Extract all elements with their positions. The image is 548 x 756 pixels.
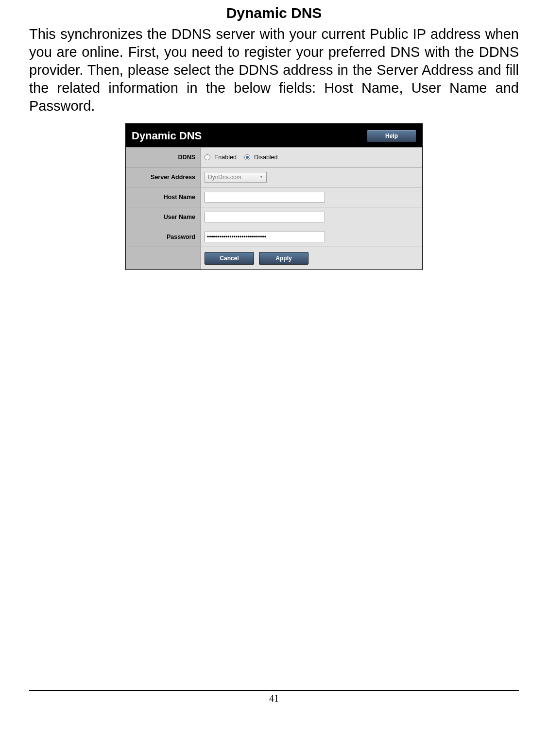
row-buttons: Cancel Apply [126, 247, 422, 269]
buttons-value-cell: Cancel Apply [201, 247, 422, 269]
server-address-selected: DynDns.com [208, 174, 241, 181]
host-name-input[interactable] [205, 192, 325, 202]
chevron-down-icon: ▼ [259, 175, 263, 179]
ddns-enabled-radio[interactable] [205, 154, 210, 160]
user-name-label: User Name [126, 207, 201, 227]
page-body-text: This synchronizes the DDNS server with y… [29, 25, 519, 116]
server-address-value-cell: DynDns.com ▼ [201, 168, 422, 187]
password-label: Password [126, 227, 201, 247]
row-ddns: DDNS Enabled Disabled [126, 147, 422, 167]
row-server-address: Server Address DynDns.com ▼ [126, 167, 422, 187]
server-address-select[interactable]: DynDns.com ▼ [205, 172, 267, 183]
panel-title: Dynamic DNS [132, 130, 202, 142]
settings-panel: Dynamic DNS Help DDNS Enabled Disabled S… [125, 123, 423, 270]
page-number: 41 [269, 693, 279, 704]
help-button[interactable]: Help [367, 130, 416, 142]
buttons-label-cell [126, 247, 201, 269]
host-name-label: Host Name [126, 187, 201, 207]
ddns-label: DDNS [126, 148, 201, 167]
page-footer: 41 [29, 690, 519, 704]
row-host-name: Host Name [126, 187, 422, 207]
password-value-cell [201, 227, 422, 247]
row-password: Password [126, 227, 422, 247]
host-name-value-cell [201, 187, 422, 207]
server-address-label: Server Address [126, 168, 201, 187]
ddns-disabled-radio[interactable] [244, 154, 250, 160]
password-input[interactable] [205, 232, 325, 242]
ddns-value-cell: Enabled Disabled [201, 148, 422, 167]
ddns-disabled-label: Disabled [254, 154, 278, 161]
ddns-enabled-label: Enabled [214, 154, 237, 161]
row-user-name: User Name [126, 207, 422, 227]
page-title: Dynamic DNS [29, 5, 519, 21]
user-name-value-cell [201, 207, 422, 227]
user-name-input[interactable] [205, 212, 325, 222]
apply-button[interactable]: Apply [259, 252, 308, 265]
panel-header: Dynamic DNS Help [126, 124, 422, 147]
cancel-button[interactable]: Cancel [205, 252, 254, 265]
